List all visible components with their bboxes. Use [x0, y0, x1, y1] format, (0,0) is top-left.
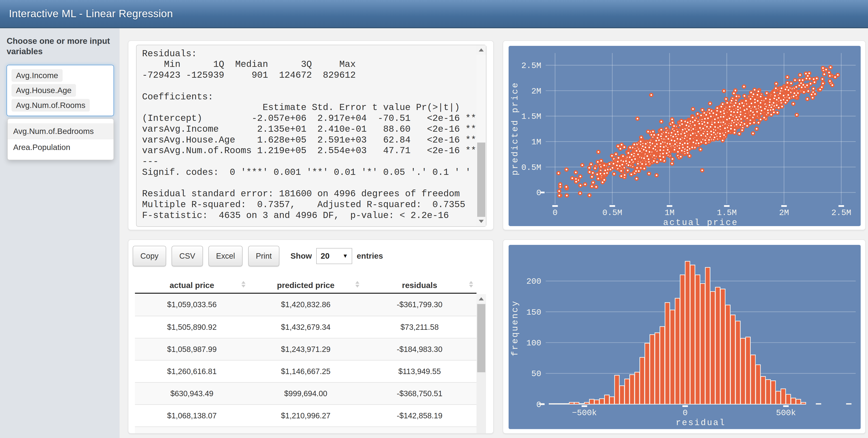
scroll-down-button[interactable] [476, 217, 486, 226]
svg-text:2M: 2M [779, 208, 789, 217]
show-label: Show [290, 251, 312, 261]
table-cell: $1,243,971.29 [249, 338, 363, 361]
table-cell: $202,755.91 [363, 427, 476, 434]
model-summary-card: Residuals: Min 1Q Median 3Q Max -729423 … [128, 40, 494, 230]
selected-variable-pill[interactable]: Avg.Num.of.Rooms [11, 99, 90, 111]
page-length-select[interactable]: 20 ▼ [316, 248, 352, 264]
input-variables-select[interactable]: Avg.IncomeAvg.House.AgeAvg.Num.of.Rooms [6, 65, 114, 116]
copy-button[interactable]: Copy [133, 246, 166, 266]
svg-text:0: 0 [536, 400, 541, 409]
table-cell: -$361,799.30 [363, 294, 476, 316]
selected-variable-pill[interactable]: Avg.House.Age [11, 84, 76, 97]
table-cell: $1,420,832.86 [249, 294, 363, 316]
page-length-value: 20 [320, 251, 330, 261]
scroll-up-button[interactable] [476, 45, 486, 55]
svg-text:2.5M: 2.5M [831, 208, 851, 217]
svg-text:1.5M: 1.5M [522, 112, 541, 121]
scroll-up-button[interactable] [476, 294, 486, 304]
svg-text:0.5M: 0.5M [522, 163, 541, 172]
table-cell: $1,502,055.92 [135, 427, 249, 434]
svg-text:actual price: actual price [663, 218, 738, 226]
column-header-actual-price[interactable]: actual price [135, 280, 249, 293]
scatter-plot-card: 00.5M1M1.5M2M2.5M00.5M1M1.5M2M2.5Mactual… [503, 40, 866, 230]
table-cell: $630,943.49 [135, 383, 249, 405]
table-cell: $1,059,033.56 [135, 294, 249, 316]
table-row: $1,058,987.99$1,243,971.29-$184,983.30 [135, 338, 476, 360]
svg-text:2.5M: 2.5M [522, 61, 541, 70]
table-row: $630,943.49$999,694.00-$368,750.51 [135, 382, 476, 404]
predictions-table-card: CopyCSVExcelPrint Show 20 ▼ entries actu… [128, 239, 494, 434]
scrollbar-thumb[interactable] [477, 304, 486, 372]
model-summary-output: Residuals: Min 1Q Median 3Q Max -729423 … [136, 45, 487, 227]
sort-icon [241, 281, 246, 288]
csv-button[interactable]: CSV [172, 246, 203, 266]
residual-histogram: −500k0500k050100150200residualfrequency [508, 245, 861, 429]
table-cell: $1,210,996.27 [249, 405, 363, 427]
table-header: actual pricepredicted priceresiduals [135, 280, 476, 294]
svg-text:1M: 1M [531, 137, 541, 147]
histogram-card: −500k0500k050100150200residualfrequency [503, 239, 866, 434]
table-scrollbar[interactable] [476, 294, 486, 434]
svg-text:residual: residual [676, 418, 725, 428]
selected-variable-pill[interactable]: Avg.Income [11, 69, 63, 82]
input-variables-dropdown: Avg.Num.of.BedroomsArea.Population [7, 119, 114, 160]
svg-text:1.5M: 1.5M [717, 208, 737, 217]
entries-label: entries [357, 251, 383, 261]
navbar: Interactive ML - Linear Regression [0, 0, 868, 28]
print-button[interactable]: Print [248, 246, 279, 266]
svg-text:−500k: −500k [572, 408, 597, 418]
chevron-down-icon: ▼ [342, 253, 348, 259]
page-length-control: Show 20 ▼ entries [290, 248, 383, 264]
column-header-label: residuals [402, 281, 437, 290]
table-cell: -$142,858.19 [363, 405, 476, 427]
svg-text:50: 50 [531, 369, 541, 379]
table-toolbar: CopyCSVExcelPrint Show 20 ▼ entries [133, 245, 383, 267]
table-cell: $999,694.00 [249, 383, 363, 405]
table-cell: $1,068,138.07 [135, 405, 249, 427]
excel-button[interactable]: Excel [209, 246, 243, 266]
svg-text:0: 0 [553, 208, 558, 217]
app-title: Interactive ML - Linear Regression [9, 0, 173, 27]
sidebar: Choose one or more input variables Avg.I… [0, 28, 120, 438]
table-row: $1,502,055.92$1,299,300.01$202,755.91 [135, 427, 476, 434]
table-cell: $113,949.55 [363, 361, 476, 383]
svg-text:150: 150 [526, 308, 541, 317]
table-cell: $1,058,987.99 [135, 338, 249, 361]
svg-text:100: 100 [526, 338, 541, 348]
table-row: $1,260,616.81$1,146,667.25$113,949.55 [135, 360, 476, 382]
input-variables-label: Choose one or more input variables [6, 36, 115, 57]
svg-text:200: 200 [526, 277, 541, 287]
scrollbar-thumb[interactable] [477, 142, 486, 216]
svg-text:0: 0 [536, 188, 541, 198]
app: Interactive ML - Linear Regression Choos… [0, 0, 868, 438]
table-body: $1,059,033.56$1,420,832.86-$361,799.30$1… [135, 294, 476, 434]
svg-text:0.5M: 0.5M [602, 208, 622, 217]
svg-text:2M: 2M [531, 86, 541, 96]
table-row: $1,059,033.56$1,420,832.86-$361,799.30 [135, 294, 476, 316]
column-header-label: predicted price [277, 281, 335, 290]
variable-option[interactable]: Avg.Num.of.Bedrooms [8, 123, 114, 139]
table-cell: $1,260,616.81 [135, 361, 249, 383]
arrow-up-icon [479, 48, 484, 52]
variable-option[interactable]: Area.Population [8, 139, 114, 156]
column-header-predicted-price[interactable]: predicted price [249, 280, 363, 293]
table-cell: -$368,750.51 [363, 383, 476, 405]
column-header-residuals[interactable]: residuals [363, 280, 476, 293]
svg-text:500k: 500k [776, 408, 796, 418]
table-row: $1,068,138.07$1,210,996.27-$142,858.19 [135, 404, 476, 427]
svg-text:frequency: frequency [510, 300, 520, 357]
table-row: $1,505,890.92$1,432,679.34$73,211.58 [135, 316, 476, 338]
table-cell: $1,505,890.92 [135, 316, 249, 338]
table-cell: $1,432,679.34 [249, 316, 363, 338]
svg-text:predicted price: predicted price [510, 81, 520, 175]
svg-text:0: 0 [683, 408, 688, 418]
arrow-up-icon [479, 297, 484, 300]
svg-text:1M: 1M [664, 208, 675, 217]
table-cell: $73,211.58 [363, 316, 476, 338]
table-cell: $1,146,667.25 [249, 361, 363, 383]
scatter-plot: 00.5M1M1.5M2M2.5M00.5M1M1.5M2M2.5Mactual… [508, 46, 861, 226]
column-header-label: actual price [169, 281, 214, 290]
arrow-down-icon [479, 220, 484, 223]
summary-scrollbar[interactable] [476, 45, 486, 226]
table-cell: $1,299,300.01 [249, 427, 363, 434]
